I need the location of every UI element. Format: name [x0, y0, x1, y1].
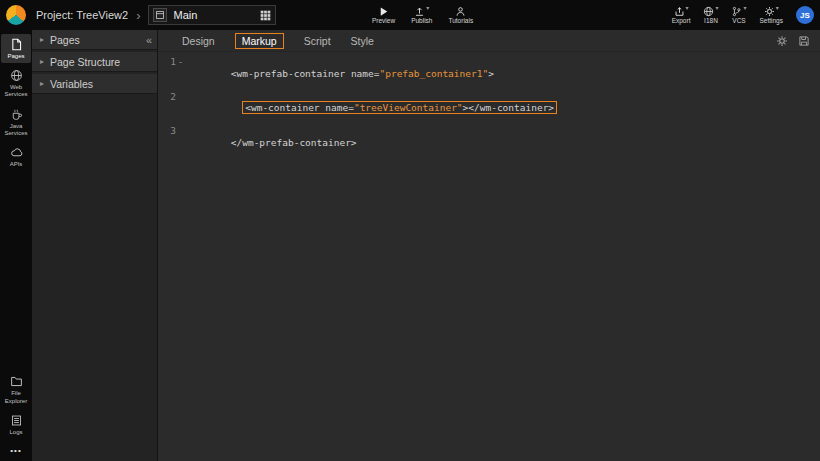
fold-marker[interactable]: - [176, 56, 185, 68]
code-line-3: 3 </wm-prefab-container> [158, 125, 820, 160]
code-line-2: 2 <wm-container name="treeViewContainer"… [158, 91, 820, 126]
topbar-right-actions: ▾ Export ▾ I18N ▾ VCS [672, 0, 814, 30]
settings-label: Settings [760, 18, 784, 25]
rail-label: APIs [10, 161, 23, 168]
rail-label: Pages [7, 53, 24, 60]
publish-label: Publish [411, 18, 432, 25]
tab-script[interactable]: Script [304, 35, 331, 47]
page-selector[interactable]: Main [148, 5, 276, 25]
play-icon [378, 6, 389, 17]
i18n-label: I18N [704, 18, 718, 25]
rail-label: Java Services [2, 123, 30, 137]
rail-item-pages[interactable]: Pages [1, 34, 31, 63]
publish-button[interactable]: ▾ Publish [411, 6, 432, 25]
user-avatar[interactable]: JS [796, 6, 814, 24]
branch-icon [731, 6, 742, 17]
rail-item-apis[interactable]: APIs [1, 142, 31, 171]
section-label: Page Structure [50, 56, 120, 68]
section-label: Pages [50, 34, 80, 46]
coffee-cup-icon [10, 108, 23, 121]
chevron-right-icon: › [136, 8, 140, 23]
rail-label: Web Services [2, 84, 30, 98]
cloud-api-icon [10, 146, 23, 159]
caret-down-icon: ▾ [743, 5, 746, 11]
section-label: Variables [50, 78, 93, 90]
preview-label: Preview [372, 18, 395, 25]
main-area: Design Markup Script Style 1 - <wm-prefa… [158, 30, 820, 461]
rail-item-java-services[interactable]: Java Services [1, 104, 31, 140]
globe-icon [703, 6, 714, 17]
globe-icon [10, 69, 23, 82]
left-icon-rail: Pages Web Services Java Services APIs Fi… [0, 30, 32, 461]
pages-icon [10, 38, 23, 51]
logs-icon [10, 414, 23, 427]
upload-icon [414, 6, 425, 17]
topbar-center-actions: Preview ▾ Publish Tutorials [372, 0, 473, 30]
caret-down-icon: ▾ [776, 5, 779, 11]
settings-button[interactable]: ▾ Settings [760, 6, 784, 25]
rail-item-web-services[interactable]: Web Services [1, 65, 31, 101]
export-button[interactable]: ▾ Export [672, 6, 691, 25]
tutorials-button[interactable]: Tutorials [448, 6, 473, 25]
caret-right-icon: ▸ [40, 57, 44, 66]
vcs-button[interactable]: ▾ VCS [731, 6, 746, 25]
person-icon [455, 6, 466, 17]
caret-down-icon: ▾ [686, 5, 689, 11]
line-number[interactable]: 3 [158, 125, 176, 137]
i18n-button[interactable]: ▾ I18N [703, 6, 718, 25]
code-editor[interactable]: 1 - <wm-prefab-container name="prefab_co… [158, 52, 820, 461]
editor-toolbar-icons [776, 30, 810, 52]
editor-tabbar: Design Markup Script Style [158, 30, 820, 52]
caret-down-icon: ▾ [715, 5, 718, 11]
tab-design[interactable]: Design [182, 35, 215, 47]
export-label: Export [672, 18, 691, 25]
save-icon[interactable] [798, 35, 810, 47]
tab-markup[interactable]: Markup [235, 33, 284, 49]
sidebar-section-page-structure[interactable]: ▸ Page Structure [32, 52, 157, 72]
line-number[interactable]: 1 [158, 56, 176, 68]
gear-icon[interactable] [776, 35, 788, 47]
vcs-label: VCS [732, 18, 745, 25]
caret-right-icon: ▸ [40, 79, 44, 88]
tutorials-label: Tutorials [448, 18, 473, 25]
app-logo-icon[interactable] [6, 5, 26, 25]
gear-icon [764, 6, 775, 17]
caret-right-icon: ▸ [40, 35, 44, 44]
rail-label: Logs [9, 429, 22, 436]
sidebar-section-pages[interactable]: ▸ Pages « [32, 30, 157, 50]
topbar: Project: TreeView2 › Main Preview ▾ Publ… [0, 0, 820, 30]
code-line-1: 1 - <wm-prefab-container name="prefab_co… [158, 56, 820, 91]
caret-down-icon: ▾ [426, 5, 429, 11]
rail-label: File Explorer [2, 390, 30, 404]
project-label: Project: TreeView2 [36, 9, 128, 21]
page-name: Main [173, 9, 197, 21]
highlight-annotation-box: <wm-container name="treeViewContainer"><… [242, 101, 557, 114]
sidebar-section-variables[interactable]: ▸ Variables [32, 74, 157, 94]
page-icon [153, 8, 167, 22]
rail-item-logs[interactable]: Logs [1, 410, 31, 439]
sidebar-panel: ▸ Pages « ▸ Page Structure ▸ Variables [32, 30, 158, 461]
more-options-icon[interactable]: ••• [10, 441, 21, 461]
rail-item-file-explorer[interactable]: File Explorer [1, 371, 31, 407]
folder-icon [10, 375, 23, 388]
collapse-panel-icon[interactable]: « [146, 34, 152, 46]
export-icon [674, 6, 685, 17]
preview-button[interactable]: Preview [372, 6, 395, 25]
grid-icon[interactable] [260, 10, 271, 21]
line-number[interactable]: 2 [158, 91, 176, 103]
tab-style[interactable]: Style [351, 35, 374, 47]
